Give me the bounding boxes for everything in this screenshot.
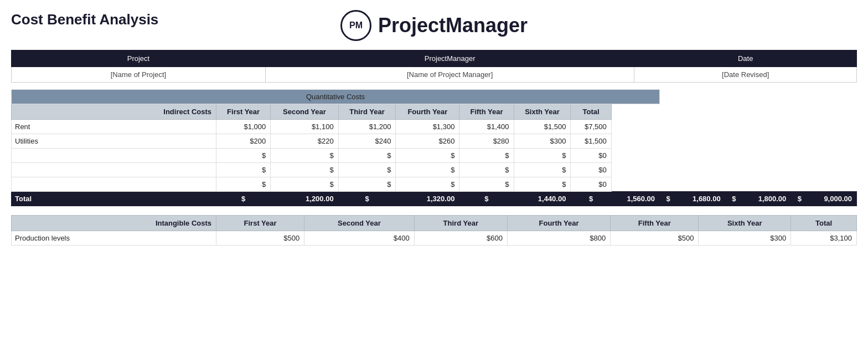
total-prefix-y6: $ xyxy=(725,192,742,206)
row-rent-y5: $1,400 xyxy=(459,120,514,134)
row-util-y4: $260 xyxy=(396,134,459,149)
row-prod-y4: $800 xyxy=(507,231,610,246)
logo-icon: PM xyxy=(340,10,371,41)
table-row: $ $ $ $ $ $ $0 xyxy=(12,163,857,177)
logo-area: PM ProjectManager xyxy=(340,6,528,45)
logo-name: ProjectManager xyxy=(378,14,528,37)
col-header-fourth-year: Fourth Year xyxy=(396,104,459,120)
row-empty1-y5: $ xyxy=(459,149,514,163)
row-empty3-y5: $ xyxy=(459,177,514,192)
row-empty1-y6: $ xyxy=(514,149,571,163)
row-empty2-y1: $ xyxy=(216,163,271,177)
row-rent-total: $7,500 xyxy=(571,120,611,134)
total-y6: 1,800.00 xyxy=(742,192,790,206)
row-label-production: Production levels xyxy=(12,231,216,246)
info-value-project: [Name of Project] xyxy=(12,67,266,83)
row-empty3-y4: $ xyxy=(396,177,459,192)
total-prefix-y1: $ xyxy=(216,192,271,206)
total-label: Total xyxy=(12,192,216,206)
row-util-y1: $200 xyxy=(216,134,271,149)
intangible-col-y5: Fifth Year xyxy=(611,216,699,231)
section-gap xyxy=(11,206,857,215)
total-prefix-total: $ xyxy=(791,192,808,206)
row-empty3-y2: $ xyxy=(271,177,338,192)
info-bar: Project ProjectManager Date [Name of Pro… xyxy=(11,50,857,83)
intangible-col-y2: Second Year xyxy=(304,216,415,231)
row-rent-y3: $1,200 xyxy=(338,120,396,134)
col-header-sixth-year: Sixth Year xyxy=(514,104,571,120)
intangible-col-total: Total xyxy=(791,216,857,231)
total-prefix-y2: $ xyxy=(338,192,396,206)
total-y2: 1,320.00 xyxy=(396,192,459,206)
total-y4: 1,560.00 xyxy=(611,192,659,206)
row-empty2-y2: $ xyxy=(271,163,338,177)
row-util-y2: $220 xyxy=(271,134,338,149)
row-empty1-y2: $ xyxy=(271,149,338,163)
row-label-empty1 xyxy=(12,149,216,163)
col-header-first-year: First Year xyxy=(216,104,271,120)
col-header-indirect: Indirect Costs xyxy=(12,104,216,120)
row-rent-y4: $1,300 xyxy=(396,120,459,134)
row-empty1-y1: $ xyxy=(216,149,271,163)
row-util-y6: $300 xyxy=(514,134,571,149)
header: Cost Benefit Analysis PM ProjectManager xyxy=(11,6,857,45)
row-label-empty3 xyxy=(12,177,216,192)
row-util-y3: $240 xyxy=(338,134,396,149)
row-empty1-y3: $ xyxy=(338,149,396,163)
total-y5: 1,680.00 xyxy=(677,192,725,206)
section-title-quantitative: Quantitative Costs xyxy=(12,90,660,104)
row-prod-y5: $500 xyxy=(611,231,699,246)
col-header-second-year: Second Year xyxy=(271,104,338,120)
quantitative-costs-table: Quantitative Costs Indirect Costs First … xyxy=(11,89,857,206)
intangible-col-y4: Fourth Year xyxy=(507,216,610,231)
total-y1: 1,200.00 xyxy=(271,192,338,206)
row-prod-y6: $300 xyxy=(699,231,791,246)
total-prefix-y4: $ xyxy=(571,192,611,206)
row-empty3-y3: $ xyxy=(338,177,396,192)
intangible-col-y6: Sixth Year xyxy=(699,216,791,231)
table-row: $ $ $ $ $ $ $0 xyxy=(12,177,857,192)
info-value-pm: [Name of Project Manager] xyxy=(265,67,634,83)
row-empty2-total: $0 xyxy=(571,163,611,177)
col-header-total: Total xyxy=(571,104,611,120)
table-row: Production levels $500 $400 $600 $800 $5… xyxy=(12,231,857,246)
row-empty2-y5: $ xyxy=(459,163,514,177)
col-header-fifth-year: Fifth Year xyxy=(459,104,514,120)
row-empty3-total: $0 xyxy=(571,177,611,192)
intangible-costs-table: Intangible Costs First Year Second Year … xyxy=(11,215,857,246)
row-prod-y2: $400 xyxy=(304,231,415,246)
info-header-date: Date xyxy=(634,50,857,67)
row-empty2-y4: $ xyxy=(396,163,459,177)
row-rent-y1: $1,000 xyxy=(216,120,271,134)
row-rent-y2: $1,100 xyxy=(271,120,338,134)
row-util-y5: $280 xyxy=(459,134,514,149)
row-empty2-y3: $ xyxy=(338,163,396,177)
intangible-col-y3: Third Year xyxy=(414,216,507,231)
row-util-total: $1,500 xyxy=(571,134,611,149)
info-header-project: Project xyxy=(12,50,266,67)
row-prod-total: $3,100 xyxy=(791,231,857,246)
table-row: Utilities $200 $220 $240 $260 $280 $300 … xyxy=(12,134,857,149)
table-row: $ $ $ $ $ $ $0 xyxy=(12,149,857,163)
total-y3: 1,440.00 xyxy=(514,192,571,206)
row-empty1-y4: $ xyxy=(396,149,459,163)
row-prod-y1: $500 xyxy=(216,231,304,246)
col-header-third-year: Third Year xyxy=(338,104,396,120)
info-header-pm: ProjectManager xyxy=(265,50,634,67)
total-prefix-y3: $ xyxy=(459,192,514,206)
total-row-indirect: Total $ 1,200.00 $ 1,320.00 $ 1,440.00 $… xyxy=(12,192,857,206)
row-label-rent: Rent xyxy=(12,120,216,134)
row-prod-y3: $600 xyxy=(414,231,507,246)
page: Cost Benefit Analysis PM ProjectManager … xyxy=(0,0,868,347)
row-label-empty2 xyxy=(12,163,216,177)
total-total: 9,000.00 xyxy=(808,192,856,206)
row-empty2-y6: $ xyxy=(514,163,571,177)
row-empty3-y6: $ xyxy=(514,177,571,192)
row-label-utilities: Utilities xyxy=(12,134,216,149)
total-prefix-y5: $ xyxy=(660,192,677,206)
row-rent-y6: $1,500 xyxy=(514,120,571,134)
info-value-date: [Date Revised] xyxy=(634,67,857,83)
col-header-intangible: Intangible Costs xyxy=(12,216,216,231)
row-empty1-total: $0 xyxy=(571,149,611,163)
table-row: Rent $1,000 $1,100 $1,200 $1,300 $1,400 … xyxy=(12,120,857,134)
